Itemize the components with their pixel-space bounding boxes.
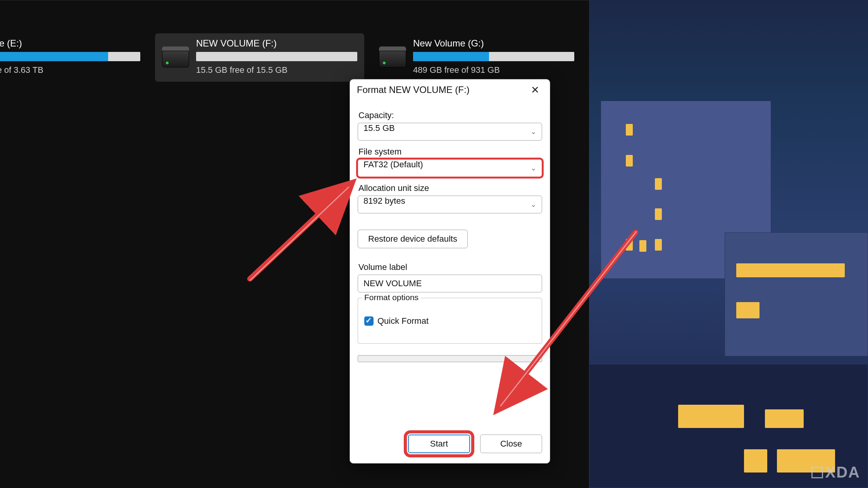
- capacity-value: 15.5 GB: [363, 123, 395, 133]
- allocation-select[interactable]: 8192 bytes ⌄: [358, 196, 542, 213]
- drive-icon: [379, 46, 406, 67]
- close-button[interactable]: Close: [480, 435, 542, 453]
- drive-tile[interactable]: olume (E:)B free of 3.63 TB: [0, 33, 147, 82]
- drive-tile[interactable]: New Volume (G:)489 GB free of 931 GB: [372, 33, 581, 82]
- desktop-wallpaper: XDA: [589, 0, 868, 488]
- drive-name: olume (E:): [0, 38, 140, 49]
- quick-format-label: Quick Format: [377, 316, 429, 326]
- volume-label-label: Volume label: [358, 262, 542, 272]
- drive-tile[interactable]: NEW VOLUME (F:)15.5 GB free of 15.5 GB: [155, 33, 364, 82]
- capacity-select[interactable]: 15.5 GB ⌄: [358, 123, 542, 141]
- drive-usage-bar: [196, 52, 357, 61]
- volume-label-input[interactable]: [358, 275, 542, 292]
- xda-logo-icon: [811, 467, 823, 478]
- format-progress-bar: [358, 355, 542, 362]
- allocation-label: Allocation unit size: [358, 183, 542, 193]
- close-icon[interactable]: ✕: [527, 82, 543, 98]
- format-options-legend: Format options: [362, 293, 421, 302]
- drive-free-text: 15.5 GB free of 15.5 GB: [196, 65, 357, 75]
- chevron-down-icon: ⌄: [530, 164, 536, 172]
- start-button[interactable]: Start: [408, 435, 470, 453]
- capacity-label: Capacity:: [358, 110, 542, 120]
- allocation-value: 8192 bytes: [363, 196, 405, 206]
- quick-format-checkbox[interactable]: Quick Format: [364, 316, 536, 326]
- chevron-down-icon: ⌄: [530, 127, 536, 136]
- dialog-title-text: Format NEW VOLUME (F:): [357, 84, 470, 95]
- drive-name: NEW VOLUME (F:): [196, 38, 357, 49]
- format-options-group: Format options Quick Format: [358, 298, 542, 344]
- format-dialog: Format NEW VOLUME (F:) ✕ Capacity: 15.5 …: [350, 79, 550, 464]
- drive-usage-bar: [413, 52, 574, 61]
- drive-free-text: B free of 3.63 TB: [0, 65, 140, 75]
- restore-defaults-button[interactable]: Restore device defaults: [358, 230, 468, 248]
- drive-name: New Volume (G:): [413, 38, 574, 49]
- filesystem-select[interactable]: FAT32 (Default) ⌄: [358, 159, 542, 177]
- filesystem-value: FAT32 (Default): [363, 160, 423, 169]
- xda-watermark: XDA: [811, 464, 860, 481]
- drive-usage-bar: [0, 52, 140, 61]
- filesystem-label: File system: [358, 147, 542, 157]
- dialog-footer: Start Close: [350, 426, 550, 463]
- chevron-down-icon: ⌄: [530, 200, 536, 209]
- quick-format-check-input[interactable]: [364, 316, 374, 326]
- dialog-titlebar[interactable]: Format NEW VOLUME (F:) ✕: [350, 79, 550, 100]
- drive-icon: [162, 46, 189, 67]
- drive-free-text: 489 GB free of 931 GB: [413, 65, 574, 75]
